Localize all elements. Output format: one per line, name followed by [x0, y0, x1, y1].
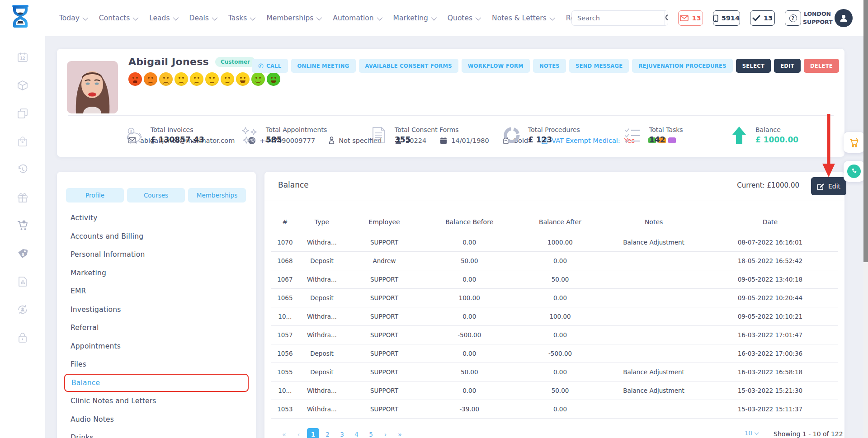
mood-face[interactable] [175, 72, 188, 86]
price-tag-icon[interactable]: $ [17, 248, 28, 259]
search-button[interactable] [665, 11, 668, 25]
column-header[interactable]: # [271, 211, 299, 233]
action-button[interactable]: WORKFLOW FORM [462, 59, 530, 73]
contact-photo[interactable] [67, 61, 118, 113]
profile-tab[interactable]: Courses [127, 188, 185, 203]
gift-icon[interactable] [17, 192, 28, 203]
scrollbar-thumb[interactable] [863, 0, 868, 262]
menu-item[interactable]: Clinic Notes and Letters [64, 392, 249, 410]
nav-item[interactable]: Marketing [393, 14, 435, 22]
package-icon[interactable] [17, 80, 28, 91]
action-button[interactable]: EDIT [774, 59, 801, 73]
page-button[interactable]: 3 [336, 428, 348, 438]
column-header[interactable]: Balance Before [424, 211, 515, 233]
menu-item[interactable]: EMR [64, 282, 249, 301]
nav-item[interactable]: Leads [149, 14, 177, 22]
mood-face[interactable] [159, 72, 173, 86]
column-header[interactable]: Notes [605, 211, 702, 233]
table-row[interactable]: 1070 Withdra... SUPPORT 0.00 1000.00 Bal… [271, 233, 838, 251]
mood-face[interactable] [221, 72, 234, 86]
nav-item[interactable]: Contacts [99, 14, 137, 22]
mood-face[interactable] [267, 72, 280, 86]
page-button[interactable]: » [394, 428, 406, 438]
scrollbar-track[interactable] [863, 0, 868, 438]
action-button[interactable]: REJUVENATION PROCEDURES [632, 59, 732, 73]
mood-face[interactable] [190, 72, 203, 86]
menu-item[interactable]: Personal Information [64, 245, 249, 264]
messages-badge[interactable]: 13 [678, 10, 703, 26]
calendar-icon[interactable]: 12 [17, 52, 28, 63]
tasks-badge[interactable]: 13 [750, 10, 775, 26]
nav-item[interactable]: Notes & Letters [492, 14, 554, 22]
page-button[interactable]: 4 [350, 428, 363, 438]
nav-item[interactable]: Deals [189, 14, 216, 22]
table-row[interactable]: 1053 Withdra... SUPPORT -39.00 0.00 15-0… [271, 400, 838, 418]
user-avatar[interactable] [835, 9, 853, 27]
menu-item[interactable]: Files [64, 355, 249, 374]
column-header[interactable]: Balance After [515, 211, 606, 233]
menu-item[interactable]: Drinks [64, 429, 249, 438]
table-row[interactable]: 1067 Withdra... SUPPORT 0.00 50.00 09-05… [271, 270, 838, 288]
app-logo-icon[interactable] [10, 4, 31, 32]
lock-icon[interactable] [17, 332, 28, 344]
table-row[interactable]: 1056 Deposit SUPPORT 0.00 -500.00 16-03-… [271, 344, 838, 363]
pos-cart-button[interactable] [844, 132, 864, 153]
profile-tab[interactable]: Memberships [188, 188, 246, 203]
menu-item[interactable]: Investigations [64, 301, 249, 319]
table-row[interactable]: 1065 Deposit SUPPORT 100.00 0.00 09-05-2… [271, 288, 838, 307]
history-icon[interactable] [17, 164, 28, 175]
cell-type: Deposit [299, 344, 344, 363]
column-header[interactable]: Type [299, 211, 344, 233]
nav-item[interactable]: Automation [333, 14, 381, 22]
call-widget-button[interactable] [844, 161, 864, 182]
page-button[interactable]: › [379, 428, 392, 438]
menu-item[interactable]: Activity [64, 209, 249, 227]
report-icon[interactable] [17, 276, 28, 287]
mood-face[interactable] [205, 72, 219, 86]
menu-item[interactable]: Appointments [64, 337, 249, 356]
table-row[interactable]: 1057 Withdra... SUPPORT -500.00 0.00 16-… [271, 325, 838, 344]
profile-tab[interactable]: Profile [66, 188, 124, 203]
nav-item[interactable]: Today [59, 14, 87, 22]
page-button[interactable]: 2 [321, 428, 334, 438]
cart-icon[interactable] [17, 220, 28, 231]
mood-face[interactable] [251, 72, 265, 86]
mood-face[interactable] [236, 72, 250, 86]
menu-item[interactable]: Marketing [64, 264, 249, 283]
action-button[interactable]: DELETE [804, 59, 839, 73]
page-button[interactable]: 5 [365, 428, 377, 438]
mood-face[interactable] [128, 72, 142, 86]
table-row[interactable]: 10... Withdra... SUPPORT 0.00 50.00 Bala… [271, 381, 838, 400]
calls-badge[interactable]: 5914 [713, 10, 740, 26]
menu-item[interactable]: Accounts and Billing [64, 227, 249, 246]
client-sync-icon[interactable] [17, 304, 28, 316]
menu-item[interactable]: Balance [64, 374, 249, 392]
page-button[interactable]: 1 [307, 428, 319, 438]
nav-item[interactable]: Quotes [448, 14, 480, 22]
edit-balance-button[interactable]: Edit [811, 177, 846, 195]
action-button[interactable]: NOTES [533, 59, 566, 73]
copy-icon[interactable] [17, 108, 28, 119]
page-size-select[interactable]: 10 [745, 429, 758, 437]
shopping-bag-icon[interactable] [17, 136, 28, 147]
menu-item[interactable]: Audio Notes [64, 410, 249, 429]
action-button[interactable]: SELECT [736, 59, 771, 73]
mood-face[interactable] [144, 72, 157, 86]
cell-balance-after: 0.00 [515, 251, 606, 270]
search-input[interactable] [572, 11, 665, 25]
table-row[interactable]: 1055 Deposit SUPPORT 50.00 0.00 Balance … [271, 363, 838, 381]
table-row[interactable]: 1068 Deposit Andrew 50.00 0.00 18-05-202… [271, 251, 838, 270]
page-button[interactable]: ‹ [292, 428, 305, 438]
nav-item[interactable]: Memberships [266, 14, 321, 22]
help-button[interactable]: ? [785, 10, 801, 26]
page-button[interactable]: « [278, 428, 290, 438]
action-button[interactable]: AVAILABLE CONSENT FORMS [359, 59, 458, 73]
column-header[interactable]: Date [702, 211, 838, 233]
column-header[interactable]: Employee [344, 211, 424, 233]
action-button[interactable]: CALL [252, 59, 288, 73]
table-row[interactable]: 10... Withdra... SUPPORT 0.00 100.00 09-… [271, 307, 838, 325]
action-button[interactable]: ONLINE MEETING [291, 59, 356, 73]
action-button[interactable]: SEND MESSAGE [569, 59, 629, 73]
menu-item[interactable]: Referral [64, 319, 249, 337]
nav-item[interactable]: Tasks [228, 14, 255, 22]
